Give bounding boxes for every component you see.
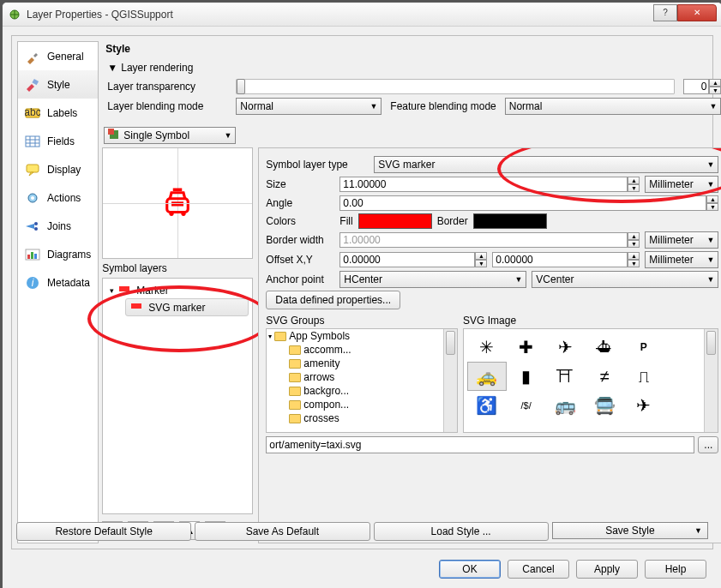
sidebar-item-style[interactable]: Style [18, 70, 98, 99]
save-default-button[interactable]: Save As Default [195, 522, 370, 541]
symbol-type-combo[interactable]: SVG marker▼ [374, 156, 718, 173]
spin-down[interactable]: ▼ [709, 87, 721, 94]
renderer-combo[interactable]: Single Symbol▼ [104, 127, 236, 144]
layer-rendering-toggle[interactable]: ▼Layer rendering [107, 60, 721, 75]
layer-blend-combo[interactable]: Normal▼ [236, 98, 382, 115]
spin-up[interactable]: ▲ [628, 232, 640, 240]
spin-down[interactable]: ▼ [628, 240, 640, 248]
sidebar-item-label: Style [47, 79, 70, 91]
offset-x-field[interactable] [339, 252, 475, 267]
anchor-h-combo[interactable]: HCenter▼ [339, 271, 526, 288]
svg-icon[interactable]: ⛴ [585, 333, 624, 362]
svg-icon-selected[interactable]: 🚕 [467, 362, 507, 391]
offset-y-field[interactable] [492, 252, 628, 267]
size-label: Size [266, 178, 334, 190]
size-field[interactable] [339, 177, 628, 192]
svg-icon[interactable]: ♿ [467, 391, 507, 420]
svg-icon[interactable]: ▮ [507, 362, 546, 391]
angle-field[interactable] [339, 195, 706, 211]
tree-marker[interactable]: ▾Marker [106, 282, 249, 298]
scroll-thumb[interactable] [446, 331, 455, 355]
border-width-field[interactable] [339, 232, 628, 248]
tree-svg-marker[interactable]: SVG marker [125, 298, 249, 316]
svg-icon[interactable] [664, 362, 703, 391]
scroll-thumb[interactable] [706, 331, 716, 355]
help-button[interactable]: ? [653, 4, 677, 21]
marker-swatch-icon [117, 284, 133, 297]
svg-icon[interactable]: ⎍ [624, 362, 664, 391]
sidebar-item-metadata[interactable]: iMetadata [18, 268, 98, 297]
close-button[interactable]: ✕ [677, 4, 717, 21]
cancel-button[interactable]: Cancel [508, 560, 569, 579]
data-defined-button[interactable]: Data defined properties... [266, 291, 400, 309]
tree-label: arrows [303, 371, 334, 383]
single-symbol-icon [108, 129, 120, 143]
svg-icon[interactable]: ✈ [546, 333, 586, 362]
transparency-slider[interactable] [236, 79, 675, 94]
svg-icon[interactable]: P [624, 333, 664, 362]
spin-down[interactable]: ▼ [475, 260, 487, 267]
fill-color-button[interactable] [358, 213, 432, 229]
svg-icon[interactable] [664, 333, 703, 362]
svg-icon[interactable]: /$/ [507, 391, 546, 420]
spin-up[interactable]: ▲ [628, 252, 640, 260]
tree-label: crosses [303, 412, 339, 424]
svg-icon[interactable]: ⛩ [546, 362, 586, 391]
size-unit-combo[interactable]: Millimeter▼ [645, 176, 718, 193]
offset-unit-combo[interactable]: Millimeter▼ [645, 251, 718, 268]
help-button[interactable]: Help [645, 560, 706, 579]
colors-label: Colors [266, 215, 334, 227]
svg-point-24 [182, 212, 186, 216]
slider-thumb[interactable] [237, 79, 245, 94]
sidebar-item-joins[interactable]: Joins [18, 212, 98, 240]
svg-rect-27 [119, 286, 129, 291]
triangle-down-icon: ▾ [110, 286, 114, 295]
svg-icon[interactable]: 🚍 [585, 391, 624, 420]
spin-up[interactable]: ▲ [475, 252, 487, 260]
joins-icon [25, 219, 40, 234]
spin-down[interactable]: ▼ [628, 260, 640, 267]
sidebar-item-general[interactable]: General [18, 42, 98, 70]
ok-button[interactable]: OK [439, 560, 501, 579]
anchor-v-combo[interactable]: VCenter▼ [532, 271, 718, 288]
load-style-button[interactable]: Load Style ... [374, 522, 549, 541]
anchor-label: Anchor point [266, 273, 334, 285]
sidebar-item-actions[interactable]: Actions [18, 183, 98, 212]
restore-default-button[interactable]: Restore Default Style [16, 522, 191, 541]
scrollbar[interactable] [443, 329, 457, 432]
combo-value: Normal [509, 100, 543, 112]
folder-icon [289, 359, 301, 369]
svg-path-field[interactable] [266, 436, 694, 453]
svg-icon[interactable]: ✚ [507, 333, 546, 362]
sidebar-item-fields[interactable]: Fields [18, 127, 98, 155]
svg-image-grid[interactable]: ✳ ✚ ✈ ⛴ P 🚕 ▮ ⛩ ≠ ⎍ [463, 328, 718, 433]
transparency-spin[interactable]: ▲▼ [683, 79, 721, 94]
transparency-value[interactable] [683, 79, 709, 94]
svg-icon[interactable]: ≠ [585, 362, 624, 391]
scrollbar[interactable] [704, 329, 718, 432]
border-width-unit-combo[interactable]: Millimeter▼ [645, 231, 718, 249]
apply-button[interactable]: Apply [576, 560, 638, 579]
svg-icon[interactable]: ✳ [467, 333, 507, 362]
symbol-layers-tree[interactable]: ▾Marker SVG marker [102, 278, 253, 514]
spin-up[interactable]: ▲ [628, 177, 640, 184]
svg-icon[interactable]: 🚌 [546, 391, 586, 420]
svg-icon[interactable]: ✈ [624, 391, 664, 420]
sidebar-item-diagrams[interactable]: Diagrams [18, 240, 98, 268]
feature-blend-combo[interactable]: Normal▼ [505, 98, 721, 115]
spin-up[interactable]: ▲ [706, 195, 718, 203]
dialog-window: Layer Properties - QGISSupport ? ✕ Gener… [2, 2, 721, 588]
spin-up[interactable]: ▲ [709, 79, 721, 87]
save-style-combo[interactable]: Save Style▼ [552, 522, 708, 539]
svg-icon[interactable] [664, 391, 703, 420]
folder-icon [289, 400, 301, 410]
sidebar-item-labels[interactable]: abcLabels [18, 99, 98, 127]
svg-rect-28 [131, 303, 141, 309]
border-color-button[interactable] [473, 213, 547, 229]
browse-button[interactable]: ... [698, 436, 718, 453]
svg-groups-tree[interactable]: ▾App Symbols accomm... amenity arrows ba… [266, 328, 458, 433]
sidebar-item-display[interactable]: Display [18, 155, 98, 183]
spin-down[interactable]: ▼ [706, 203, 718, 211]
symbol-set: Symbol layers ▾Marker SVG marker ✚ ━ 🔓 ▲… [102, 147, 253, 543]
spin-down[interactable]: ▼ [628, 184, 640, 192]
